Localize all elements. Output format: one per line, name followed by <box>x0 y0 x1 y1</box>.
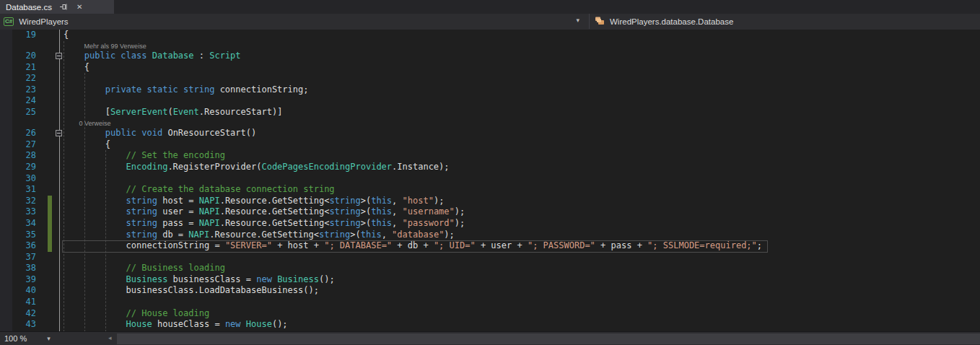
csharp-project-icon: C# <box>4 17 14 26</box>
line-number: 34 <box>0 218 36 230</box>
line-number: 40 <box>0 285 36 297</box>
code-line-24[interactable]: 24 <box>0 95 980 107</box>
code-line-27[interactable]: 27 { <box>0 139 980 151</box>
fold-collapse-toggle[interactable] <box>56 53 62 59</box>
navbar-divider <box>589 14 590 29</box>
code-line-29[interactable]: 29 Encoding.RegisterProvider(CodePagesEn… <box>0 162 980 173</box>
code-line-28[interactable]: 28 // Set the encoding <box>0 150 980 162</box>
tab-database-cs[interactable]: Database.cs ✕ <box>0 0 114 14</box>
code-text: // Create the database connection string <box>43 184 335 196</box>
vs-editor-window: Database.cs ✕ C# WiredPlayers ▾ <box>0 0 980 345</box>
code-line-26[interactable]: 26 public void OnResourceStart() <box>0 128 980 139</box>
line-number: 33 <box>0 206 36 218</box>
line-number: 29 <box>0 162 36 173</box>
code-line-43[interactable]: 43 House houseClass = new House(); <box>0 319 980 331</box>
project-dropdown[interactable]: C# WiredPlayers ▾ <box>0 14 588 30</box>
code-line-36[interactable]: 36 connectionString = "SERVER=" + host +… <box>0 240 980 252</box>
line-number: 32 <box>0 196 36 207</box>
code-text: string pass = NAPI.Resource.GetSetting<s… <box>43 218 465 230</box>
class-icon <box>595 16 605 27</box>
code-line-33[interactable]: 33 string user = NAPI.Resource.GetSettin… <box>0 206 980 218</box>
line-number: 26 <box>0 128 36 139</box>
code-text: { <box>43 30 69 41</box>
code-line-41[interactable]: 41 <box>0 297 980 308</box>
code-text: businessClass.LoadDatabaseBusiness(); <box>43 285 319 297</box>
code-line-31[interactable]: 31 // Create the database connection str… <box>0 184 980 196</box>
code-text: private static string connectionString; <box>43 84 308 96</box>
code-line-30[interactable]: 30 <box>0 173 980 185</box>
chevron-down-icon: ▾ <box>47 335 51 342</box>
codelens-indicator[interactable]: 0 Verweise <box>0 118 980 128</box>
code-text: string user = NAPI.Resource.GetSetting<s… <box>43 206 465 218</box>
member-name: WiredPlayers.database.Database <box>610 17 733 26</box>
code-line-23[interactable]: 23 private static string connectionStrin… <box>0 84 980 96</box>
line-number: 25 <box>0 107 36 118</box>
line-number: 20 <box>0 51 36 62</box>
line-number: 31 <box>0 184 36 196</box>
line-number: 23 <box>0 84 36 96</box>
code-text: Business businessClass = new Business(); <box>43 274 335 286</box>
code-line-22[interactable]: 22 <box>0 73 980 84</box>
line-number: 30 <box>0 173 36 185</box>
code-line-35[interactable]: 35 string db = NAPI.Resource.GetSetting<… <box>0 230 980 241</box>
navigation-bar: C# WiredPlayers ▾ WiredPlayers.database.… <box>0 14 980 30</box>
tab-title: Database.cs <box>0 3 52 12</box>
horizontal-scrollbar-thumb[interactable] <box>117 333 980 344</box>
member-dropdown[interactable]: WiredPlayers.database.Database <box>590 14 980 30</box>
close-icon[interactable]: ✕ <box>76 4 82 11</box>
code-text: { <box>43 139 110 151</box>
code-line-21[interactable]: 21 { <box>0 62 980 74</box>
code-text: string db = NAPI.Resource.GetSetting<str… <box>43 230 455 241</box>
chevron-down-icon: ▾ <box>576 17 579 24</box>
tab-bar: Database.cs ✕ <box>0 0 980 14</box>
code-line-37[interactable]: 37 <box>0 252 980 263</box>
code-text: // Business loading <box>43 263 225 274</box>
line-number: 41 <box>0 297 36 308</box>
editor-bottom-bar: 100 % ▾ ◂ <box>0 331 980 345</box>
pin-icon[interactable] <box>59 3 68 11</box>
code-text: public void OnResourceStart() <box>43 128 256 139</box>
line-number: 24 <box>0 95 36 107</box>
code-line-34[interactable]: 34 string pass = NAPI.Resource.GetSettin… <box>0 218 980 230</box>
code-line-20[interactable]: 20 public class Database : Script <box>0 51 980 62</box>
line-number: 35 <box>0 230 36 241</box>
line-number: 42 <box>0 308 36 320</box>
project-name: WiredPlayers <box>19 17 68 26</box>
code-lines: 19 {Mehr als 99 Verweise20 public class … <box>0 30 980 331</box>
code-line-39[interactable]: 39 Business businessClass = new Business… <box>0 274 980 286</box>
line-number: 38 <box>0 263 36 274</box>
code-text: public class Database : Script <box>43 51 241 62</box>
code-line-40[interactable]: 40 businessClass.LoadDatabaseBusiness(); <box>0 285 980 297</box>
code-text: Encoding.RegisterProvider(CodePagesEncod… <box>43 162 450 173</box>
code-text: { <box>43 62 89 74</box>
line-number: 43 <box>0 319 36 331</box>
line-number: 36 <box>0 240 36 252</box>
line-number: 27 <box>0 139 36 151</box>
code-line-25[interactable]: 25 [ServerEvent(Event.ResourceStart)] <box>0 107 980 118</box>
line-number: 19 <box>0 30 36 41</box>
fold-collapse-toggle[interactable] <box>56 130 62 136</box>
code-line-32[interactable]: 32 string host = NAPI.Resource.GetSettin… <box>0 196 980 207</box>
line-number: 21 <box>0 62 36 74</box>
code-line-42[interactable]: 42 // House loading <box>0 308 980 320</box>
code-line-19[interactable]: 19 { <box>0 30 980 41</box>
line-number: 22 <box>0 73 36 84</box>
line-number: 28 <box>0 150 36 162</box>
line-number: 39 <box>0 274 36 286</box>
code-text: // House loading <box>43 308 209 320</box>
code-text: connectionString = "SERVER=" + host + ";… <box>43 240 762 252</box>
code-text: string host = NAPI.Resource.GetSetting<s… <box>43 196 444 207</box>
code-text: House houseClass = new House(); <box>43 319 288 331</box>
code-line-38[interactable]: 38 // Business loading <box>0 263 980 274</box>
code-editor[interactable]: 19 {Mehr als 99 Verweise20 public class … <box>0 30 980 332</box>
code-text: // Set the encoding <box>43 150 225 162</box>
codelens-indicator[interactable]: Mehr als 99 Verweise <box>0 41 980 51</box>
line-number: 37 <box>0 252 36 263</box>
code-text: [ServerEvent(Event.ResourceStart)] <box>43 107 282 118</box>
scroll-left-arrow-icon[interactable]: ◂ <box>108 334 112 341</box>
zoom-control[interactable]: 100 % ▾ <box>0 332 107 345</box>
zoom-level: 100 % <box>0 334 27 343</box>
